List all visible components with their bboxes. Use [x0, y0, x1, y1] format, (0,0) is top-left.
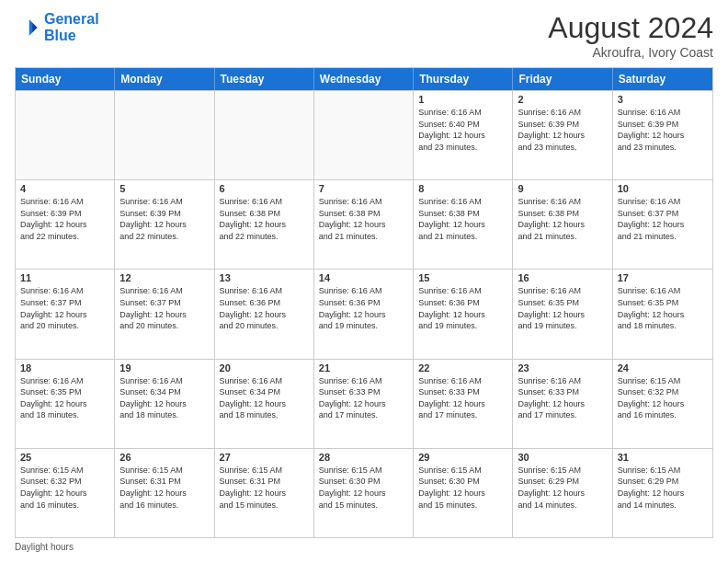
day-number: 22 [418, 362, 507, 373]
day-number: 12 [119, 272, 209, 283]
calendar-cell: 31Sunrise: 6:15 AMSunset: 6:29 PMDayligh… [613, 449, 712, 537]
cell-detail: Sunrise: 6:16 AMSunset: 6:39 PMDaylight:… [20, 196, 109, 242]
cell-detail: Sunrise: 6:16 AMSunset: 6:39 PMDaylight:… [518, 107, 607, 153]
day-number: 30 [518, 452, 607, 463]
calendar-cell [314, 91, 414, 179]
day-number: 1 [418, 94, 507, 105]
day-number: 24 [618, 362, 708, 373]
calendar-cell: 3Sunrise: 6:16 AMSunset: 6:39 PMDaylight… [613, 91, 712, 179]
day-number: 16 [518, 272, 607, 283]
day-number: 20 [220, 362, 309, 373]
cal-header-day: Monday [115, 68, 214, 90]
calendar-cell: 28Sunrise: 6:15 AMSunset: 6:30 PMDayligh… [314, 449, 414, 537]
cal-header-day: Tuesday [215, 68, 314, 90]
title-block: August 2024 Akroufra, Ivory Coast [548, 11, 713, 60]
calendar-cell: 17Sunrise: 6:16 AMSunset: 6:35 PMDayligh… [613, 270, 712, 358]
header: General Blue August 2024 Akroufra, Ivory… [15, 11, 713, 60]
day-number: 13 [220, 272, 309, 283]
cell-detail: Sunrise: 6:16 AMSunset: 6:35 PMDaylight:… [20, 375, 109, 421]
day-number: 26 [119, 452, 209, 463]
cell-detail: Sunrise: 6:16 AMSunset: 6:34 PMDaylight:… [119, 375, 209, 421]
calendar-cell: 27Sunrise: 6:15 AMSunset: 6:31 PMDayligh… [215, 449, 314, 537]
calendar-row: 11Sunrise: 6:16 AMSunset: 6:37 PMDayligh… [16, 269, 712, 358]
calendar-cell: 25Sunrise: 6:15 AMSunset: 6:32 PMDayligh… [16, 449, 115, 537]
calendar-cell: 22Sunrise: 6:16 AMSunset: 6:33 PMDayligh… [414, 360, 513, 448]
calendar-cell [215, 91, 314, 179]
calendar-cell: 13Sunrise: 6:16 AMSunset: 6:36 PMDayligh… [215, 270, 314, 358]
cal-header-day: Thursday [414, 68, 513, 90]
calendar-cell: 4Sunrise: 6:16 AMSunset: 6:39 PMDaylight… [16, 180, 115, 269]
cell-detail: Sunrise: 6:15 AMSunset: 6:30 PMDaylight:… [418, 465, 507, 511]
calendar-cell: 8Sunrise: 6:16 AMSunset: 6:38 PMDaylight… [414, 180, 513, 269]
main-title: August 2024 [548, 11, 713, 45]
cal-header-day: Friday [513, 68, 612, 90]
day-number: 28 [319, 452, 408, 463]
calendar-row: 18Sunrise: 6:16 AMSunset: 6:35 PMDayligh… [16, 359, 712, 448]
logo-text: General Blue [44, 11, 99, 43]
day-number: 27 [220, 452, 309, 463]
cell-detail: Sunrise: 6:16 AMSunset: 6:35 PMDaylight:… [618, 285, 708, 331]
logo-line2: Blue [44, 28, 76, 43]
day-number: 7 [319, 183, 408, 194]
cell-detail: Sunrise: 6:15 AMSunset: 6:31 PMDaylight:… [220, 465, 309, 511]
calendar-cell: 16Sunrise: 6:16 AMSunset: 6:35 PMDayligh… [513, 270, 612, 358]
day-number: 31 [618, 452, 708, 463]
calendar-cell: 11Sunrise: 6:16 AMSunset: 6:37 PMDayligh… [16, 270, 115, 358]
calendar-cell: 7Sunrise: 6:16 AMSunset: 6:38 PMDaylight… [314, 180, 414, 269]
calendar-cell: 20Sunrise: 6:16 AMSunset: 6:34 PMDayligh… [215, 360, 314, 448]
cell-detail: Sunrise: 6:16 AMSunset: 6:37 PMDaylight:… [20, 285, 109, 331]
day-number: 2 [518, 94, 607, 105]
calendar-cell: 5Sunrise: 6:16 AMSunset: 6:39 PMDaylight… [115, 180, 214, 269]
calendar-row: 4Sunrise: 6:16 AMSunset: 6:39 PMDaylight… [16, 179, 712, 269]
calendar-cell: 12Sunrise: 6:16 AMSunset: 6:37 PMDayligh… [115, 270, 214, 358]
cell-detail: Sunrise: 6:15 AMSunset: 6:29 PMDaylight:… [518, 465, 607, 511]
day-number: 25 [20, 452, 109, 463]
logo-icon [15, 15, 40, 40]
calendar-cell: 15Sunrise: 6:16 AMSunset: 6:36 PMDayligh… [414, 270, 513, 358]
day-number: 9 [518, 183, 607, 194]
calendar-cell: 2Sunrise: 6:16 AMSunset: 6:39 PMDaylight… [513, 91, 612, 179]
cell-detail: Sunrise: 6:16 AMSunset: 6:36 PMDaylight:… [418, 285, 507, 331]
day-number: 8 [418, 183, 507, 194]
calendar-cell: 29Sunrise: 6:15 AMSunset: 6:30 PMDayligh… [414, 449, 513, 537]
cell-detail: Sunrise: 6:16 AMSunset: 6:38 PMDaylight:… [220, 196, 309, 242]
cell-detail: Sunrise: 6:16 AMSunset: 6:36 PMDaylight:… [220, 285, 309, 331]
cell-detail: Sunrise: 6:15 AMSunset: 6:29 PMDaylight:… [618, 465, 708, 511]
cell-detail: Sunrise: 6:15 AMSunset: 6:32 PMDaylight:… [618, 375, 708, 421]
cell-detail: Sunrise: 6:15 AMSunset: 6:30 PMDaylight:… [319, 465, 408, 511]
calendar-body: 1Sunrise: 6:16 AMSunset: 6:40 PMDaylight… [16, 90, 712, 537]
calendar-cell: 1Sunrise: 6:16 AMSunset: 6:40 PMDaylight… [414, 91, 513, 179]
calendar-row: 25Sunrise: 6:15 AMSunset: 6:32 PMDayligh… [16, 448, 712, 537]
cell-detail: Sunrise: 6:16 AMSunset: 6:34 PMDaylight:… [220, 375, 309, 421]
cal-header-day: Sunday [16, 68, 115, 90]
cell-detail: Sunrise: 6:15 AMSunset: 6:31 PMDaylight:… [119, 465, 209, 511]
cell-detail: Sunrise: 6:16 AMSunset: 6:40 PMDaylight:… [418, 107, 507, 153]
logo: General Blue [15, 11, 99, 43]
day-number: 11 [20, 272, 109, 283]
day-number: 18 [20, 362, 109, 373]
calendar-cell: 24Sunrise: 6:15 AMSunset: 6:32 PMDayligh… [613, 360, 712, 448]
cell-detail: Sunrise: 6:16 AMSunset: 6:33 PMDaylight:… [319, 375, 408, 421]
cell-detail: Sunrise: 6:16 AMSunset: 6:33 PMDaylight:… [418, 375, 507, 421]
day-number: 21 [319, 362, 408, 373]
calendar-cell: 19Sunrise: 6:16 AMSunset: 6:34 PMDayligh… [115, 360, 214, 448]
cell-detail: Sunrise: 6:16 AMSunset: 6:38 PMDaylight:… [418, 196, 507, 242]
day-number: 4 [20, 183, 109, 194]
calendar-cell: 23Sunrise: 6:16 AMSunset: 6:33 PMDayligh… [513, 360, 612, 448]
calendar-cell: 26Sunrise: 6:15 AMSunset: 6:31 PMDayligh… [115, 449, 214, 537]
calendar-cell: 10Sunrise: 6:16 AMSunset: 6:37 PMDayligh… [613, 180, 712, 269]
calendar-cell: 21Sunrise: 6:16 AMSunset: 6:33 PMDayligh… [314, 360, 414, 448]
day-number: 15 [418, 272, 507, 283]
calendar: SundayMondayTuesdayWednesdayThursdayFrid… [15, 67, 713, 538]
calendar-cell: 18Sunrise: 6:16 AMSunset: 6:35 PMDayligh… [16, 360, 115, 448]
cell-detail: Sunrise: 6:15 AMSunset: 6:32 PMDaylight:… [20, 465, 109, 511]
footer-note: Daylight hours [15, 542, 713, 552]
day-number: 10 [618, 183, 708, 194]
day-number: 6 [220, 183, 309, 194]
cell-detail: Sunrise: 6:16 AMSunset: 6:39 PMDaylight:… [119, 196, 209, 242]
calendar-header: SundayMondayTuesdayWednesdayThursdayFrid… [16, 68, 712, 90]
cal-header-day: Wednesday [314, 68, 414, 90]
cell-detail: Sunrise: 6:16 AMSunset: 6:39 PMDaylight:… [618, 107, 708, 153]
calendar-cell [16, 91, 115, 179]
day-number: 23 [518, 362, 607, 373]
